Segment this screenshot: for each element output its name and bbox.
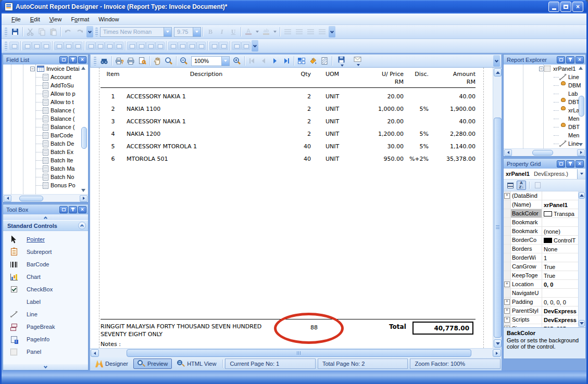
menu-file[interactable]: File — [7, 15, 26, 24]
last-page-button[interactable] — [281, 55, 292, 67]
tree-scroll-down-icon[interactable] — [81, 189, 85, 192]
field-list-hscroll-thumb[interactable] — [19, 196, 43, 201]
field-list-item[interactable]: Batch No — [3, 173, 88, 181]
font-color-button[interactable]: A — [243, 26, 254, 37]
scroll-up-button[interactable] — [579, 192, 585, 199]
alphabetical-button[interactable]: AZ↓ — [517, 181, 526, 190]
tab-designer[interactable]: Designer — [91, 359, 132, 369]
toolbar-grip[interactable] — [5, 28, 7, 36]
field-list-item[interactable]: BarCode — [3, 131, 88, 139]
print-dialog-button[interactable]: ? — [114, 55, 125, 67]
vscroll-thumb[interactable] — [494, 118, 502, 338]
object-selector-dropdown[interactable] — [577, 169, 585, 179]
field-list-hscroll[interactable] — [3, 194, 88, 202]
report-explorer-vscroll-thumb[interactable] — [579, 96, 584, 117]
toolbox-item-pagebreak[interactable]: PageBreak — [3, 321, 88, 333]
next-page-button[interactable] — [269, 55, 281, 67]
previous-page-button[interactable] — [258, 55, 269, 67]
report-explorer-hscroll[interactable] — [504, 148, 585, 156]
report-explorer-item[interactable]: DBT — [504, 123, 585, 131]
field-list-item[interactable]: Allow to t — [3, 98, 88, 106]
toolbox-close-button[interactable]: × — [78, 206, 86, 213]
report-explorer-item[interactable]: DBM — [504, 81, 585, 89]
minimize-button[interactable] — [548, 2, 559, 12]
field-list-item[interactable]: Batch Ex — [3, 148, 88, 156]
property-row[interactable]: BorderCoControlT — [504, 236, 585, 245]
highlight-button[interactable]: ab — [260, 26, 272, 37]
page-setup-button[interactable] — [136, 55, 148, 67]
tab-preview[interactable]: Preview — [133, 359, 172, 369]
property-row[interactable]: Location0, 0 — [504, 280, 585, 289]
report-explorer-item[interactable]: Line — [504, 139, 585, 148]
send-email-button[interactable] — [349, 55, 366, 67]
scroll-left-button[interactable] — [504, 149, 512, 156]
field-list-pin-button[interactable] — [69, 56, 77, 63]
property-row[interactable]: Bookmark — [504, 218, 585, 227]
tree-scroll-up-icon[interactable] — [579, 67, 583, 70]
toolbox-group-header[interactable]: Standard Controls — [3, 220, 88, 231]
same-width-button[interactable] — [86, 42, 95, 50]
toolbox-item-pageinfo[interactable]: PageInfo — [3, 333, 88, 345]
first-page-button[interactable] — [246, 55, 258, 67]
expand-icon[interactable] — [504, 324, 511, 327]
tree-scroll-up-icon[interactable] — [81, 67, 85, 70]
property-row[interactable]: BordersNone — [504, 245, 585, 253]
property-row[interactable]: Size765, 225 — [504, 324, 585, 327]
increase-horz-spacing-button[interactable] — [136, 42, 146, 50]
decrease-horz-spacing-button[interactable] — [146, 42, 155, 50]
report-explorer-root[interactable]: − xrPanel1 — [504, 65, 585, 73]
search-button[interactable] — [98, 55, 110, 67]
property-grid-vscrollbar[interactable] — [578, 191, 585, 327]
menu-view[interactable]: View — [45, 15, 67, 24]
close-button[interactable]: × — [572, 2, 583, 12]
underline-button[interactable]: U — [228, 26, 239, 37]
toolbox-maximize-button[interactable] — [59, 206, 68, 213]
scroll-right-button[interactable] — [80, 195, 87, 202]
multiple-pages-button[interactable] — [296, 55, 307, 67]
remove-horz-spacing-button[interactable] — [155, 42, 165, 50]
preview-vscrollbar[interactable] — [493, 68, 502, 348]
export-document-button[interactable] — [334, 55, 349, 67]
property-grid-maximize-button[interactable] — [557, 160, 565, 168]
property-row[interactable]: ParentStylDevExpress — [504, 306, 585, 315]
toolbox-item-chart[interactable]: Chart — [3, 271, 88, 283]
report-explorer-item[interactable]: xrLa — [504, 106, 585, 114]
field-list-root[interactable]: − Invoice Detai — [3, 65, 88, 73]
field-list-item[interactable]: Batch Ma — [3, 164, 88, 173]
property-grid-close-button[interactable]: × — [576, 160, 584, 168]
property-row[interactable]: Bookmark(none) — [504, 227, 585, 236]
background-color-button[interactable] — [307, 55, 319, 67]
collapse-icon[interactable]: − — [30, 67, 35, 71]
zoom-combo[interactable]: 100% — [191, 56, 230, 66]
menu-window[interactable]: Window — [94, 15, 123, 24]
align-center-button[interactable] — [293, 26, 305, 37]
font-size-combo[interactable]: 9.75 — [174, 27, 201, 37]
field-list-vscroll-thumb[interactable] — [81, 127, 87, 149]
tab-html-view[interactable]: HTML View — [173, 359, 220, 369]
collapse-icon[interactable]: − — [539, 67, 544, 71]
toolbox-item-line[interactable]: Line — [3, 308, 88, 321]
toolbox-item-label[interactable]: Label — [3, 296, 88, 308]
toolbar-options-chevron[interactable] — [86, 26, 93, 37]
same-size-button[interactable] — [95, 42, 105, 50]
collapse-group-button[interactable] — [78, 222, 86, 229]
font-name-combo[interactable]: Times New Roman — [100, 27, 172, 37]
report-explorer-item[interactable]: Men — [504, 114, 585, 123]
toolbar-grip[interactable] — [94, 57, 96, 66]
italic-button[interactable]: I — [216, 26, 228, 37]
field-list-maximize-button[interactable] — [59, 56, 68, 63]
center-horizontally-button[interactable] — [209, 42, 219, 50]
align-rights-button[interactable] — [41, 42, 51, 50]
highlight-dropdown[interactable] — [272, 26, 278, 37]
report-explorer-item[interactable]: DBT — [504, 98, 585, 106]
expand-icon[interactable] — [504, 280, 511, 288]
align-tops-button[interactable] — [54, 42, 64, 50]
undo-button[interactable] — [62, 26, 74, 37]
redo-button[interactable] — [74, 26, 85, 37]
property-grid-pin-button[interactable] — [566, 160, 574, 168]
align-right-button[interactable] — [305, 26, 316, 37]
remove-vert-spacing-button[interactable] — [196, 42, 206, 50]
field-list-item[interactable]: Balance ( — [3, 123, 88, 131]
toolbox-scroll-down[interactable] — [3, 364, 88, 370]
report-explorer-maximize-button[interactable] — [557, 56, 565, 63]
